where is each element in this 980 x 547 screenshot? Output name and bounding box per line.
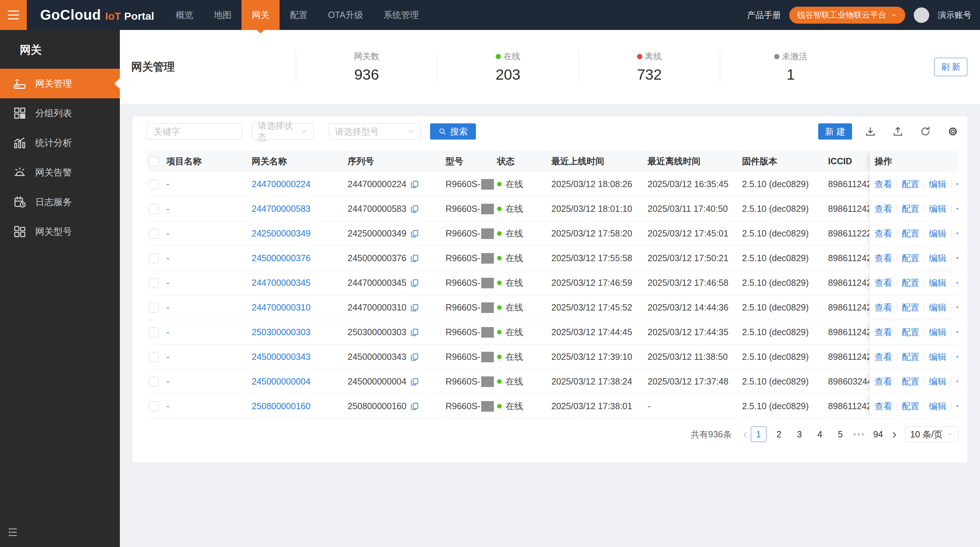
row-action-link[interactable]: 配置 [902,326,920,338]
row-more-actions-icon[interactable]: ··· [956,377,958,386]
avatar[interactable] [914,7,929,23]
row-checkbox[interactable] [149,328,159,337]
project-name-link[interactable]: - [166,302,169,313]
row-more-actions-icon[interactable]: ··· [956,327,958,337]
row-more-actions-icon[interactable]: ··· [956,253,958,263]
row-more-actions-icon[interactable]: ··· [956,278,958,288]
sidebar-item[interactable]: 网关型号 [0,217,120,246]
page-button[interactable]: 3 [792,426,807,442]
row-more-actions-icon[interactable]: ··· [956,179,958,189]
sidebar-item[interactable]: 分组列表 [0,99,120,128]
row-checkbox[interactable] [149,253,159,263]
row-action-link[interactable]: 查看 [875,401,892,412]
gateway-name-link[interactable]: 245000000004 [252,377,310,386]
row-action-link[interactable]: 配置 [902,178,920,190]
upload-icon[interactable] [892,126,904,137]
row-action-link[interactable]: 配置 [902,252,920,264]
row-action-link[interactable]: 查看 [875,203,892,215]
gateway-name-link[interactable]: 242500000349 [252,228,310,239]
top-nav-item[interactable]: OTA升级 [318,0,373,30]
top-nav-item[interactable]: 系统管理 [373,0,429,30]
project-name-link[interactable]: - [166,352,169,362]
row-more-actions-icon[interactable]: ··· [956,302,958,313]
project-name-link[interactable]: - [166,401,169,411]
row-action-link[interactable]: 查看 [875,228,892,239]
next-page-arrow[interactable]: › [890,426,899,442]
project-name-link[interactable]: - [166,204,169,214]
top-nav-item[interactable]: 地图 [204,0,242,30]
refresh-button[interactable]: 刷 新 [934,58,967,76]
gateway-name-link[interactable]: 250300000303 [252,327,310,337]
row-action-link[interactable]: 编辑 [929,178,947,190]
prev-page-arrow[interactable]: ‹ [741,426,749,442]
row-action-link[interactable]: 查看 [875,252,892,264]
copy-icon[interactable] [410,204,419,213]
project-name-link[interactable]: - [166,327,169,337]
gateway-name-link[interactable]: 245000000343 [252,352,310,362]
copy-icon[interactable] [410,328,419,337]
project-name-link[interactable]: - [166,377,169,386]
copy-icon[interactable] [410,254,419,263]
gear-icon[interactable] [947,126,958,137]
top-nav-item[interactable]: 网关 [242,0,280,30]
row-action-link[interactable]: 编辑 [929,228,947,239]
row-more-actions-icon[interactable]: ··· [956,204,958,214]
row-checkbox[interactable] [149,229,159,239]
row-checkbox[interactable] [149,303,159,313]
page-button[interactable]: 1 [751,426,766,442]
gateway-name-link[interactable]: 244700000224 [252,179,310,189]
sidebar-item[interactable]: 网关告警 [0,157,120,187]
top-nav-item[interactable]: 配置 [280,0,318,30]
row-action-link[interactable]: 编辑 [929,326,947,338]
row-action-link[interactable]: 编辑 [929,401,947,412]
row-checkbox[interactable] [149,377,159,386]
gateway-name-link[interactable]: 244700000345 [252,278,310,288]
top-nav-item[interactable]: 概览 [165,0,204,30]
row-action-link[interactable]: 编辑 [929,252,947,264]
row-action-link[interactable]: 配置 [902,277,920,289]
project-name-link[interactable]: - [166,228,169,239]
copy-icon[interactable] [410,377,419,386]
search-button[interactable]: 搜索 [430,123,476,140]
create-button[interactable]: 新 建 [818,123,852,140]
copy-icon[interactable] [410,180,419,189]
row-action-link[interactable]: 配置 [902,228,920,239]
copy-icon[interactable] [410,303,419,312]
row-action-link[interactable]: 查看 [875,326,892,338]
row-checkbox[interactable] [149,278,159,288]
row-action-link[interactable]: 配置 [902,376,920,387]
copy-icon[interactable] [410,353,419,362]
refresh-icon[interactable] [920,126,931,137]
keyword-input[interactable] [147,123,242,140]
row-action-link[interactable]: 编辑 [929,203,947,215]
gateway-name-link[interactable]: 244700000310 [252,302,310,313]
project-name-link[interactable]: - [166,278,169,288]
copy-icon[interactable] [410,278,419,288]
row-action-link[interactable]: 编辑 [929,302,947,313]
menu-fold-icon[interactable] [7,526,18,538]
sidebar-item[interactable]: 统计分析 [0,128,120,157]
row-checkbox[interactable] [149,180,159,189]
row-more-actions-icon[interactable]: ··· [956,401,958,411]
row-more-actions-icon[interactable]: ··· [956,352,958,362]
page-button[interactable]: 4 [812,426,828,442]
sidebar-item[interactable]: 网关管理 [0,69,120,99]
row-action-link[interactable]: 编辑 [929,376,947,387]
row-checkbox[interactable] [149,204,159,214]
sidebar-item[interactable]: 日志服务 [0,187,120,217]
row-action-link[interactable]: 编辑 [929,351,947,363]
select-all-checkbox[interactable] [149,156,159,166]
row-action-link[interactable]: 查看 [875,178,892,190]
page-ellipsis[interactable]: ••• [853,429,865,439]
row-action-link[interactable]: 配置 [902,203,920,215]
gateway-name-link[interactable]: 245000000376 [252,253,310,263]
project-name-link[interactable]: - [166,253,169,263]
row-action-link[interactable]: 配置 [902,401,920,412]
hamburger-menu-icon[interactable] [0,0,27,30]
download-icon[interactable] [865,126,876,137]
gateway-name-link[interactable]: 250800000160 [252,401,310,411]
gateway-name-link[interactable]: 244700000583 [252,204,310,214]
row-checkbox[interactable] [149,352,159,362]
row-more-actions-icon[interactable]: ··· [956,228,958,239]
row-action-link[interactable]: 编辑 [929,277,947,289]
